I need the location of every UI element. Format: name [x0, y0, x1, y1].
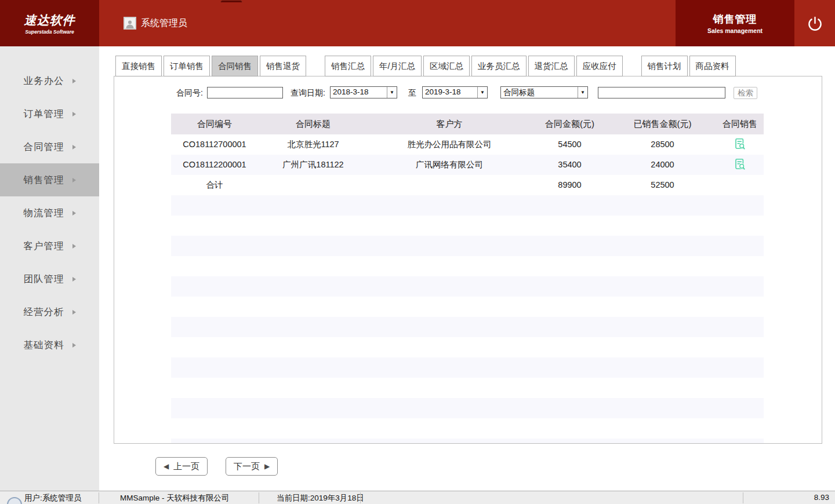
search-button[interactable]: 检索	[734, 87, 757, 99]
status-company: MMSample - 天软科技有限公司	[120, 493, 229, 503]
table-cell: 广州广讯181122	[258, 155, 368, 175]
table-cell	[368, 439, 531, 444]
sidebar-item-team-management[interactable]: 团队管理	[0, 262, 99, 295]
table-cell-action	[716, 418, 764, 439]
table-cell: 35400	[531, 155, 609, 175]
tab-退货汇总[interactable]: 退货汇总	[528, 56, 575, 76]
table-cell	[171, 317, 258, 337]
sidebar-item-label: 销售管理	[24, 174, 64, 187]
dropdown-arrow-icon[interactable]: ▼	[578, 87, 587, 98]
prev-page-button[interactable]: ◀ 上一页	[155, 457, 208, 476]
column-header: 已销售金额(元)	[609, 114, 716, 134]
empty-table-row	[171, 418, 764, 439]
current-user: 系统管理员	[124, 17, 187, 30]
sidebar-item-business-office[interactable]: 业务办公	[0, 64, 99, 97]
status-user: 用户:系统管理员	[24, 493, 81, 503]
tab-商品资料[interactable]: 商品资料	[689, 56, 736, 76]
logout-button[interactable]	[794, 0, 835, 46]
next-page-label: 下一页	[234, 461, 260, 472]
sidebar-item-label: 业务办公	[24, 75, 64, 87]
dropdown-arrow-icon[interactable]: ▼	[387, 87, 397, 98]
tab-订单销售[interactable]: 订单销售	[164, 56, 210, 76]
table-cell	[258, 195, 368, 216]
tab-业务员汇总[interactable]: 业务员汇总	[471, 56, 527, 76]
chevron-right-icon	[72, 310, 76, 315]
module-title-cn: 销售管理	[713, 12, 757, 26]
table-cell-action	[716, 134, 764, 155]
prev-arrow-icon: ◀	[164, 462, 169, 470]
tab-合同销售[interactable]: 合同销售	[212, 56, 258, 76]
chevron-right-icon	[72, 343, 76, 348]
logo-text-cn: 速达软件	[24, 12, 75, 28]
chevron-right-icon	[72, 277, 76, 282]
sidebar-item-sales-management[interactable]: 销售管理	[0, 163, 99, 196]
corner-logo-icon	[7, 497, 22, 504]
user-name-label: 系统管理员	[141, 17, 187, 30]
search-field-select[interactable]: 合同标题 ▼	[500, 86, 588, 98]
contract-sales-table: 合同编号合同标题客户方合同金额(元)已销售金额(元)合同销售 CO1811270…	[171, 114, 764, 444]
tab-直接销售[interactable]: 直接销售	[115, 56, 162, 76]
tab-销售退货[interactable]: 销售退货	[260, 56, 306, 76]
contract-sales-detail-icon[interactable]	[734, 138, 746, 151]
empty-table-row	[171, 276, 764, 297]
table-cell	[368, 236, 531, 256]
sidebar-item-label: 订单管理	[24, 108, 64, 120]
tab-区域汇总[interactable]: 区域汇总	[423, 56, 470, 76]
table-cell	[368, 317, 531, 337]
sidebar-item-order-management[interactable]: 订单管理	[0, 97, 99, 130]
table-cell	[531, 418, 609, 439]
table-cell	[609, 317, 716, 337]
prev-page-label: 上一页	[173, 461, 199, 472]
table-cell	[609, 216, 716, 236]
sidebar-item-contract-management[interactable]: 合同管理	[0, 130, 99, 163]
table-cell: 54500	[531, 134, 609, 155]
dropdown-arrow-icon[interactable]: ▼	[477, 87, 487, 98]
table-cell: 89900	[531, 175, 609, 195]
tab-年/月汇总[interactable]: 年/月汇总	[373, 56, 422, 76]
empty-table-row	[171, 297, 764, 317]
sidebar-item-label: 合同管理	[24, 141, 64, 154]
date-to-select[interactable]: 2019-3-18 ▼	[422, 86, 488, 98]
sidebar-item-label: 客户管理	[24, 240, 64, 253]
table-cell-action	[716, 439, 764, 444]
sidebar-item-base-data[interactable]: 基础资料	[0, 328, 99, 361]
keyword-input[interactable]	[598, 87, 725, 98]
table-cell	[258, 236, 368, 256]
sidebar-item-customer-management[interactable]: 客户管理	[0, 229, 99, 262]
table-cell	[258, 297, 368, 317]
table-cell-action	[716, 357, 764, 378]
to-label: 至	[408, 88, 416, 98]
date-from-select[interactable]: 2018-3-18 ▼	[330, 86, 397, 98]
module-title: 销售管理 Sales management	[676, 0, 794, 46]
table-cell	[258, 418, 368, 439]
table-cell	[368, 256, 531, 276]
chevron-right-icon	[72, 79, 76, 83]
table-cell	[368, 195, 531, 216]
module-title-en: Sales management	[707, 27, 763, 34]
sidebar-item-business-analysis[interactable]: 经营分析	[0, 295, 99, 328]
table-cell	[171, 195, 258, 216]
contract-no-input[interactable]	[207, 87, 283, 98]
empty-table-row	[171, 216, 764, 236]
table-cell-action	[716, 195, 764, 216]
table-cell-action	[716, 398, 764, 418]
table-cell	[531, 398, 609, 418]
table-cell	[368, 398, 531, 418]
table-cell	[531, 216, 609, 236]
power-icon	[807, 16, 823, 31]
tab-销售计划[interactable]: 销售计划	[641, 56, 688, 76]
table-cell	[258, 357, 368, 378]
column-header: 合同编号	[171, 114, 258, 134]
next-page-button[interactable]: 下一页 ▶	[226, 457, 278, 476]
tab-应收应付[interactable]: 应收应付	[576, 56, 623, 76]
chevron-right-icon	[72, 244, 76, 249]
table-cell	[258, 175, 368, 195]
sidebar-item-logistics-management[interactable]: 物流管理	[0, 196, 99, 229]
tab-销售汇总[interactable]: 销售汇总	[325, 56, 371, 76]
table-cell	[171, 418, 258, 439]
table-cell	[609, 195, 716, 216]
table-row: CO18112200001广州广讯181122广讯网络有限公司354002400…	[171, 155, 764, 175]
contract-sales-detail-icon[interactable]	[734, 158, 746, 171]
window-artifact	[220, 0, 242, 2]
table-cell	[171, 378, 258, 398]
